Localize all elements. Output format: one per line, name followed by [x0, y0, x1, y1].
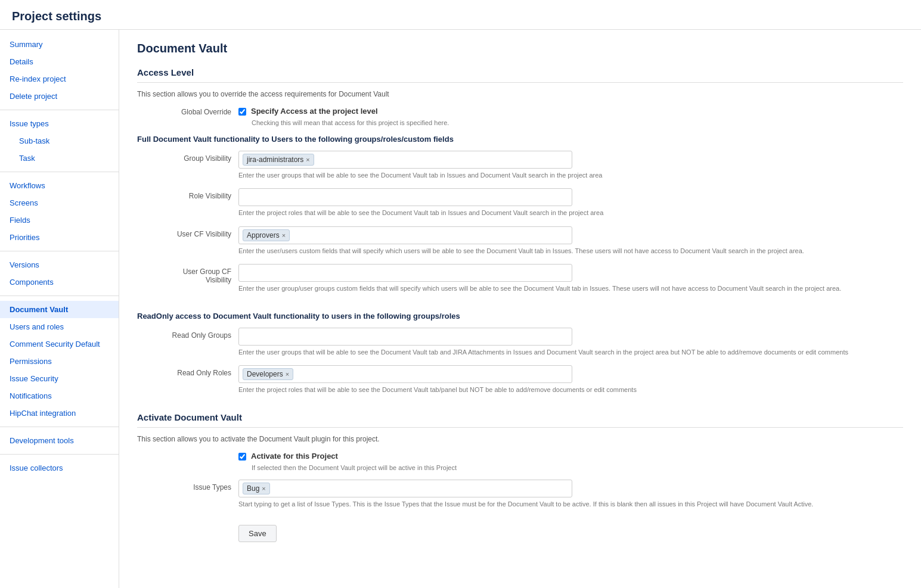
- sidebar-item-issue-security[interactable]: Issue Security: [0, 370, 119, 387]
- activate-section: Activate Document Vault This section all…: [137, 412, 903, 542]
- global-override-content: Specify Access at the project level Chec…: [238, 107, 449, 126]
- read-only-roles-tag-developers: Developers ×: [243, 368, 293, 380]
- issue-types-content: Bug × Start typing to get a list of Issu…: [238, 480, 903, 509]
- issue-types-tag-bug: Bug ×: [243, 483, 270, 494]
- read-only-groups-input[interactable]: [238, 328, 572, 346]
- activate-hint: If selected then the Document Vault proj…: [252, 464, 903, 471]
- sidebar: Summary Details Re-index project Delete …: [0, 30, 119, 588]
- issue-types-tag-remove-bug[interactable]: ×: [262, 485, 265, 492]
- issue-types-label: Issue Types: [137, 480, 238, 491]
- user-cf-visibility-tag-remove-approvers[interactable]: ×: [282, 232, 286, 239]
- sidebar-item-priorities[interactable]: Priorities: [0, 229, 119, 246]
- user-cf-visibility-hint: Enter the user/users custom fields that …: [238, 247, 903, 256]
- readonly-access-title: ReadOnly access to Document Vault functi…: [137, 312, 903, 321]
- sidebar-item-hipchat[interactable]: HipChat integration: [0, 405, 119, 422]
- save-button[interactable]: Save: [238, 525, 277, 542]
- sidebar-item-details[interactable]: Details: [0, 53, 119, 70]
- activate-checkbox-label: Activate for this Project: [251, 452, 338, 461]
- user-cf-visibility-label: User CF Visibility: [137, 226, 238, 238]
- read-only-groups-row: Read Only Groups Enter the user groups t…: [137, 328, 903, 357]
- user-cf-visibility-row: User CF Visibility Approvers × Enter the…: [137, 226, 903, 256]
- read-only-groups-label: Read Only Groups: [137, 328, 238, 340]
- save-container: Save: [238, 519, 903, 542]
- sidebar-item-dev-tools[interactable]: Development tools: [0, 432, 119, 449]
- issue-types-input[interactable]: Bug ×: [238, 480, 572, 497]
- global-override-label: Global Override: [137, 107, 238, 116]
- user-group-cf-label: User Group CFVisibility: [137, 264, 238, 284]
- readonly-access-section: ReadOnly access to Document Vault functi…: [137, 312, 903, 395]
- sidebar-item-notifications[interactable]: Notifications: [0, 387, 119, 405]
- main-content: Document Vault Access Level This section…: [119, 30, 921, 588]
- read-only-roles-hint: Enter the project roles that will be abl…: [238, 385, 903, 394]
- read-only-groups-content: Enter the user groups that will be able …: [238, 328, 903, 357]
- sidebar-item-workflows[interactable]: Workflows: [0, 177, 119, 194]
- user-group-cf-content: Enter the user group/user groups custom …: [238, 264, 903, 293]
- user-cf-visibility-tag-approvers: Approvers ×: [243, 229, 290, 241]
- user-group-cf-hint: Enter the user group/user groups custom …: [238, 284, 903, 293]
- group-visibility-content: jira-administrators × Enter the user gro…: [238, 151, 903, 180]
- user-cf-visibility-input[interactable]: Approvers ×: [238, 226, 572, 244]
- sidebar-item-issue-types[interactable]: Issue types: [0, 115, 119, 132]
- activate-checkbox-row: Activate for this Project: [238, 452, 903, 461]
- sidebar-item-subtask[interactable]: Sub-task: [0, 132, 119, 150]
- document-vault-title: Document Vault: [137, 42, 903, 55]
- issue-types-hint: Start typing to get a list of Issue Type…: [238, 500, 903, 509]
- sidebar-item-reindex[interactable]: Re-index project: [0, 70, 119, 88]
- read-only-roles-input[interactable]: Developers ×: [238, 365, 572, 383]
- access-level-desc: This section allows you to override the …: [137, 90, 903, 98]
- activate-desc: This section allows you to activate the …: [137, 435, 903, 443]
- sidebar-item-issue-collectors[interactable]: Issue collectors: [0, 459, 119, 477]
- role-visibility-content: Enter the project roles that will be abl…: [238, 188, 903, 217]
- sidebar-item-permissions[interactable]: Permissions: [0, 353, 119, 370]
- read-only-roles-label: Read Only Roles: [137, 365, 238, 377]
- user-cf-visibility-content: Approvers × Enter the user/users custom …: [238, 226, 903, 256]
- group-visibility-row: Group Visibility jira-administrators × E…: [137, 151, 903, 180]
- sidebar-item-versions[interactable]: Versions: [0, 256, 119, 273]
- global-override-checkbox-row: Specify Access at the project level: [238, 107, 449, 116]
- sidebar-item-screens[interactable]: Screens: [0, 194, 119, 211]
- sidebar-item-document-vault[interactable]: Document Vault: [0, 301, 119, 318]
- global-override-checkbox-label: Specify Access at the project level: [251, 107, 378, 116]
- page-title: Project settings: [12, 10, 909, 23]
- global-override-row: Global Override Specify Access at the pr…: [137, 107, 903, 126]
- global-override-checkbox[interactable]: [238, 108, 246, 116]
- role-visibility-hint: Enter the project roles that will be abl…: [238, 209, 903, 217]
- activate-checkbox[interactable]: [238, 453, 246, 461]
- group-visibility-tag-remove-jira-administrators[interactable]: ×: [306, 156, 309, 163]
- page-header: Project settings: [0, 0, 921, 30]
- role-visibility-input[interactable]: [238, 188, 572, 206]
- access-level-header: Access Level: [137, 67, 903, 83]
- sidebar-item-summary[interactable]: Summary: [0, 36, 119, 53]
- read-only-roles-content: Developers × Enter the project roles tha…: [238, 365, 903, 394]
- sidebar-item-users-roles[interactable]: Users and roles: [0, 318, 119, 335]
- read-only-roles-row: Read Only Roles Developers × Enter the p…: [137, 365, 903, 394]
- group-visibility-tag-jira-administrators: jira-administrators ×: [243, 154, 314, 166]
- sidebar-item-fields[interactable]: Fields: [0, 211, 119, 229]
- user-group-cf-row: User Group CFVisibility Enter the user g…: [137, 264, 903, 293]
- issue-types-row: Issue Types Bug × Start typing to get a …: [137, 480, 903, 509]
- group-visibility-input[interactable]: jira-administrators ×: [238, 151, 572, 169]
- sidebar-item-components[interactable]: Components: [0, 273, 119, 291]
- role-visibility-label: Role Visibility: [137, 188, 238, 200]
- group-visibility-hint: Enter the user groups that will be able …: [238, 171, 903, 180]
- global-override-hint: Checking this will mean that access for …: [252, 119, 449, 126]
- sidebar-item-comment-security[interactable]: Comment Security Default: [0, 335, 119, 353]
- activate-header: Activate Document Vault: [137, 412, 903, 428]
- role-visibility-row: Role Visibility Enter the project roles …: [137, 188, 903, 217]
- full-access-title: Full Document Vault functionality to Use…: [137, 135, 903, 144]
- group-visibility-label: Group Visibility: [137, 151, 238, 163]
- access-level-section: Access Level This section allows you to …: [137, 67, 903, 294]
- sidebar-item-delete[interactable]: Delete project: [0, 88, 119, 105]
- sidebar-item-task[interactable]: Task: [0, 150, 119, 167]
- read-only-roles-tag-remove-developers[interactable]: ×: [286, 371, 289, 378]
- activate-checkbox-container: Activate for this Project If selected th…: [238, 452, 903, 471]
- read-only-groups-hint: Enter the user groups that will be able …: [238, 348, 903, 357]
- user-group-cf-input[interactable]: [238, 264, 572, 282]
